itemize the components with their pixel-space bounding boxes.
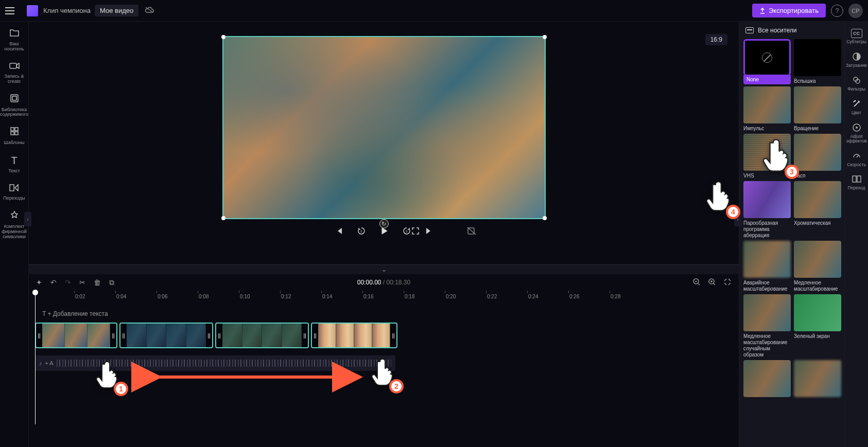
rs-subtitles[interactable]: CC Субтитры	[845, 29, 868, 44]
skip-back-button[interactable]	[333, 227, 344, 237]
undo-button[interactable]: ↶	[50, 278, 57, 287]
resize-handle-br[interactable]	[543, 216, 547, 220]
forward-button[interactable]: 5	[401, 226, 412, 238]
redo-button[interactable]: ↷	[65, 278, 71, 287]
skip-forward-button[interactable]	[424, 227, 435, 237]
help-button[interactable]: ?	[831, 5, 843, 17]
clip-handle-right[interactable]: ||	[110, 324, 116, 347]
effect-label: Зеленый экран	[794, 331, 841, 339]
clip-2[interactable]: ||||	[119, 323, 213, 348]
timeline-collapse-button[interactable]: ⌄	[29, 265, 739, 274]
effect-thumb	[743, 181, 791, 218]
sidebar-label: Комплект фирменной символики	[0, 224, 28, 240]
transitions-icon	[9, 183, 20, 194]
effect-label: Медленное масштабирование случайным обра…	[743, 331, 791, 358]
effect-item[interactable]	[743, 360, 791, 405]
sidebar-record[interactable]: Запись & create	[0, 61, 28, 84]
effect-Расп[interactable]: Расп	[794, 134, 841, 179]
timecode: 00:00.00 / 00:18.30	[357, 279, 410, 286]
playhead[interactable]	[35, 291, 36, 424]
play-button[interactable]	[378, 226, 390, 238]
clip-1[interactable]: ||||	[35, 323, 117, 348]
camera-off-icon[interactable]	[467, 227, 477, 238]
effect-item[interactable]	[794, 360, 841, 405]
aspect-ratio-button[interactable]: 16:9	[705, 34, 727, 45]
sidebar-label: Запись & create	[0, 74, 28, 84]
clip-handle-left[interactable]: ||	[312, 324, 318, 347]
rs-filters[interactable]: Фильтры	[845, 75, 868, 92]
rs-label: Цвет	[852, 111, 861, 115]
svg-rect-7	[15, 132, 18, 135]
topbar: Клип чемпиона Мое видео Экспортировать ?…	[0, 0, 868, 22]
clip-handle-right[interactable]: ||	[206, 324, 212, 347]
sidebar-templates[interactable]: Шаблоны	[0, 127, 28, 146]
clip-handle-right[interactable]: ||	[302, 324, 308, 347]
menu-hamburger[interactable]	[5, 5, 18, 17]
audio-track[interactable]: ♪ + A	[35, 355, 395, 371]
audio-waveform	[57, 360, 391, 367]
clip-3[interactable]: ||||	[215, 323, 309, 348]
effect-Хроматическая[interactable]: Хроматическая	[794, 181, 841, 239]
clip-4[interactable]: ||||	[311, 323, 397, 348]
duplicate-button[interactable]: ⧉	[109, 278, 114, 287]
effect-Импульс[interactable]: Импульс	[743, 86, 791, 132]
split-button[interactable]: ✂	[79, 278, 85, 287]
svg-rect-5	[15, 128, 18, 131]
app-title: Клип чемпиона	[43, 7, 91, 14]
effect-thumb	[794, 39, 841, 76]
effect-Зеленый экран[interactable]: Зеленый экран	[794, 294, 841, 358]
clip-handle-left[interactable]: ||	[120, 324, 127, 347]
fit-button[interactable]	[723, 278, 732, 288]
rs-adjust[interactable]: Adjust эффектов	[845, 122, 868, 144]
effect-label: Импульс	[743, 123, 791, 132]
sidebar-library[interactable]: Библиотека содержимого	[0, 94, 28, 118]
effect-Аварийное масштабирование[interactable]: Аварийное масштабирование	[743, 241, 791, 292]
export-label: Экспортировать	[769, 7, 819, 14]
auto-enhance-icon[interactable]: ✦	[36, 278, 42, 287]
fullscreen-button[interactable]	[411, 227, 420, 237]
preview-canvas[interactable]: ↻	[223, 37, 545, 218]
effect-VHS[interactable]: VHS	[743, 134, 791, 179]
sidebar-text[interactable]: T Текст	[0, 155, 28, 174]
export-button[interactable]: Экспортировать	[752, 4, 826, 17]
effect-thumb	[743, 294, 791, 331]
clip-handle-right[interactable]: ||	[390, 324, 396, 347]
effect-None[interactable]: None	[743, 39, 791, 84]
delete-button[interactable]: 🗑	[94, 278, 101, 287]
resize-handle-tr[interactable]	[543, 35, 547, 39]
library-icon	[10, 94, 19, 105]
effects-grid[interactable]: NoneВспышкаИмпульсВращениеVHSРаспПарообр…	[739, 39, 844, 447]
sidebar-transitions[interactable]: Переходы	[0, 183, 28, 201]
tracks: T + Добавление текста |||| |||| |||| |||…	[29, 305, 739, 376]
timeline: ⌄ ✦ ↶ ↷ ✂ 🗑 ⧉ 00:00.00 / 00:18.30 0:020:…	[29, 264, 739, 447]
user-avatar[interactable]: CP	[848, 4, 863, 18]
project-name[interactable]: Мое видео	[95, 5, 138, 16]
rs-fade[interactable]: Затухание	[845, 51, 868, 68]
svg-rect-2	[11, 95, 18, 102]
resize-handle-bl[interactable]	[221, 216, 225, 220]
effect-Медленное масштабирование[interactable]: Медленное масштабирование	[794, 241, 841, 292]
effect-thumb	[794, 86, 841, 123]
audio-track-row: ♪ + A	[35, 350, 739, 376]
sync-off-icon[interactable]	[145, 6, 154, 15]
rewind-button[interactable]: 5	[356, 226, 367, 238]
effect-label: Расп	[794, 171, 841, 179]
sidebar-your-media[interactable]: Ваш носитель	[0, 29, 28, 52]
effect-Парообразная программа аберрация[interactable]: Парообразная программа аберрация	[743, 181, 791, 239]
effect-Медленное масштабирование случайным образом[interactable]: Медленное масштабирование случайным обра…	[743, 294, 791, 358]
music-note-icon: ♪	[39, 360, 42, 366]
zoom-in-button[interactable]	[708, 278, 716, 288]
effects-panel: › Все носители NoneВспышкаИмпульсВращени…	[739, 22, 844, 447]
rs-label: Субтитры	[846, 40, 866, 44]
timeline-ruler[interactable]: 0:020:040:060:080:100:120:140:160:180:20…	[34, 291, 739, 305]
rs-transition[interactable]: Переход	[845, 174, 868, 190]
clip-handle-left[interactable]: ||	[36, 324, 42, 347]
rs-color[interactable]: Цвет	[845, 99, 868, 115]
clip-handle-left[interactable]: ||	[216, 324, 222, 347]
resize-handle-tl[interactable]	[221, 35, 225, 39]
effect-Вспышка[interactable]: Вспышка	[794, 39, 841, 84]
zoom-out-button[interactable]	[692, 278, 701, 288]
effect-Вращение[interactable]: Вращение	[794, 86, 841, 132]
rs-speed[interactable]: Скорость	[845, 151, 868, 167]
add-text-prompt[interactable]: T + Добавление текста	[35, 305, 739, 323]
